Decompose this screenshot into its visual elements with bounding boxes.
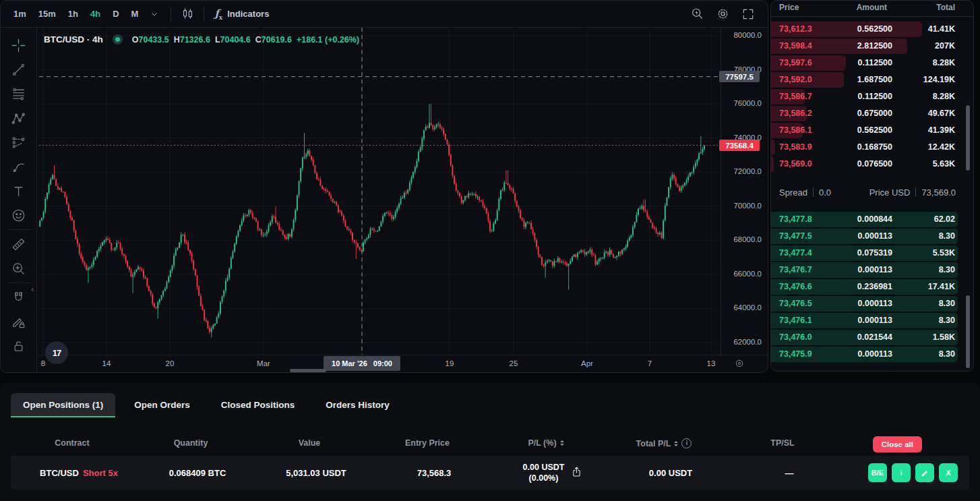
fx-icon: ƒx <box>214 7 222 21</box>
settings-gear-icon[interactable] <box>712 4 733 24</box>
ask-row[interactable]: 73,586.70.1125008.28K <box>771 89 973 105</box>
tab-open-orders[interactable]: Open Orders <box>122 393 202 417</box>
sort-icon[interactable] <box>560 440 564 446</box>
timeframe-D[interactable]: D <box>106 5 125 23</box>
total-value: 49.67K <box>928 109 955 118</box>
share-pl-icon[interactable] <box>571 465 582 480</box>
amount-value: 0.000113 <box>858 299 892 308</box>
price-tick-label: 76000.0 <box>733 99 762 107</box>
ask-row[interactable]: 73,586.20.67500049.67K <box>771 106 973 121</box>
bid-row[interactable]: 73,477.80.00084462.02 <box>771 212 973 227</box>
indicators-label: Indicators <box>227 9 269 19</box>
column-header-contract: Contract <box>11 438 133 448</box>
drawing-toolbar <box>1 28 37 373</box>
bids-scrollbar[interactable] <box>966 295 970 368</box>
chart-horizontal-scrollbar[interactable] <box>290 369 326 372</box>
drawing-lock-tool-icon[interactable] <box>7 310 31 334</box>
position-actions: B/EiX <box>868 463 958 482</box>
xabcd-pattern-tool-icon[interactable] <box>7 106 31 130</box>
toolbar-divider <box>7 283 30 283</box>
horizontal-lines-tool-icon[interactable] <box>7 82 31 106</box>
axis-settings-icon[interactable] <box>735 359 744 371</box>
quantity-cell: 0.068409 BTC <box>137 456 258 490</box>
amount-value: 0.168750 <box>857 142 892 152</box>
toolbar-divider <box>171 7 171 22</box>
ask-row[interactable]: 73,597.60.1125008.28K <box>771 55 973 71</box>
amount-value: 0.076500 <box>857 159 892 169</box>
chart-workspace: 1m15m1h4hDM ƒx Indicators ‹ BTC/USD · 4h… <box>0 0 768 373</box>
price-value: 73,476.0 <box>779 332 812 342</box>
position-side: Short 5x <box>83 468 118 478</box>
column-header-quantity: Quantity <box>130 438 251 448</box>
value-cell: 5,031.03 USDT <box>255 456 377 490</box>
entry-price-cell: 73,568.3 <box>373 456 495 490</box>
timeframe-M[interactable]: M <box>125 5 145 23</box>
amount-value: 0.000113 <box>858 349 892 359</box>
tradingview-logo[interactable]: 17 <box>45 341 68 364</box>
edit-pencil-button[interactable] <box>915 463 934 482</box>
price-tick-label: 70000.0 <box>733 202 762 210</box>
crosshair-tool-icon[interactable] <box>7 33 31 57</box>
total-value: 62.02 <box>934 214 955 224</box>
projection-tool-icon[interactable] <box>7 130 31 154</box>
ask-row[interactable]: 73,583.90.16875012.42K <box>771 140 973 155</box>
price-value: 73,476.6 <box>779 282 812 291</box>
symbol-title[interactable]: BTC/USD · 4h <box>44 34 103 45</box>
amount-value: 2.812500 <box>857 41 892 51</box>
total-value: 8.28K <box>933 92 955 101</box>
amount-value: 0.000113 <box>858 231 892 241</box>
info-icon[interactable]: i <box>681 438 692 448</box>
ruler-tool-icon[interactable] <box>7 232 31 256</box>
bid-row[interactable]: 73,477.50.0001138.30 <box>771 229 973 244</box>
trend-line-tool-icon[interactable] <box>7 57 31 82</box>
ask-row[interactable]: 73,586.10.56250041.39K <box>771 123 973 138</box>
breakeven-button[interactable]: B/E <box>868 463 887 482</box>
tab-orders-history[interactable]: Orders History <box>313 393 402 417</box>
quick-search-icon[interactable] <box>687 4 707 24</box>
sort-icon[interactable] <box>674 441 678 446</box>
amount-value: 0.562500 <box>857 24 892 34</box>
bid-row[interactable]: 73,476.50.0001138.30 <box>771 296 973 312</box>
bid-row[interactable]: 73,476.60.23698117.41K <box>771 279 973 295</box>
ask-row[interactable]: 73,569.00.0765005.63K <box>771 156 973 172</box>
brush-tool-icon[interactable] <box>7 154 31 179</box>
bid-row[interactable]: 73,476.10.0001138.30 <box>771 313 973 328</box>
price-value: 73,476.7 <box>779 265 812 274</box>
chevron-down-icon[interactable] <box>144 4 164 24</box>
zoom-in-tool-icon[interactable] <box>7 256 31 281</box>
timeframe-15m[interactable]: 15m <box>32 5 62 23</box>
candles-style-button[interactable] <box>177 4 197 24</box>
asks-scrollbar[interactable] <box>966 105 970 171</box>
column-header-total-p-l[interactable]: Total P/Li <box>603 438 725 448</box>
text-tool-icon[interactable] <box>7 179 31 203</box>
timeframe-1m[interactable]: 1m <box>7 5 32 23</box>
ask-row[interactable]: 73,592.01.687500124.19K <box>771 72 973 88</box>
ask-row[interactable]: 73,612.30.56250041.41K <box>771 22 973 37</box>
lock-tool-icon[interactable] <box>7 334 31 358</box>
toolbar-collapse-handle[interactable]: ‹ <box>31 284 34 294</box>
bid-row[interactable]: 73,476.70.0001138.30 <box>771 262 973 278</box>
bid-row[interactable]: 73,475.90.0001138.30 <box>771 347 973 362</box>
bid-row[interactable]: 73,476.00.0215441.58K <box>771 330 973 345</box>
bid-row[interactable]: 73,477.40.0753195.53K <box>771 245 973 261</box>
total-value: 5.63K <box>933 159 955 169</box>
indicators-button[interactable]: ƒx Indicators <box>210 7 273 21</box>
tab-closed-positions[interactable]: Closed Positions <box>209 393 307 417</box>
column-header-p-l[interactable]: P/L (%) <box>485 438 607 448</box>
fullscreen-icon[interactable] <box>738 4 758 24</box>
close-position-button[interactable]: X <box>939 463 958 482</box>
tab-open-positions[interactable]: Open Positions (1) <box>11 393 115 417</box>
timeframe-1h[interactable]: 1h <box>62 5 84 23</box>
position-row[interactable]: BTC/USD Short 5x 0.068409 BTC 5,031.03 U… <box>11 456 969 490</box>
emoji-tool-icon[interactable] <box>7 203 31 227</box>
timeframe-group: 1m15m1h4hDM <box>7 5 144 23</box>
amount-value: 0.112500 <box>858 92 892 101</box>
ask-row[interactable]: 73,598.42.812500207K <box>771 38 973 54</box>
magnet-tool-icon[interactable] <box>7 285 31 310</box>
time-axis[interactable]: 81420Mar1925Apr713 <box>37 355 768 373</box>
timeframe-4h[interactable]: 4h <box>84 5 106 23</box>
candlestick-chart[interactable] <box>39 28 718 355</box>
trading-app: 1m15m1h4hDM ƒx Indicators ‹ BTC/USD · 4h… <box>0 0 980 501</box>
close-all-button[interactable]: Close all <box>873 436 922 452</box>
info-button[interactable]: i <box>892 463 911 482</box>
